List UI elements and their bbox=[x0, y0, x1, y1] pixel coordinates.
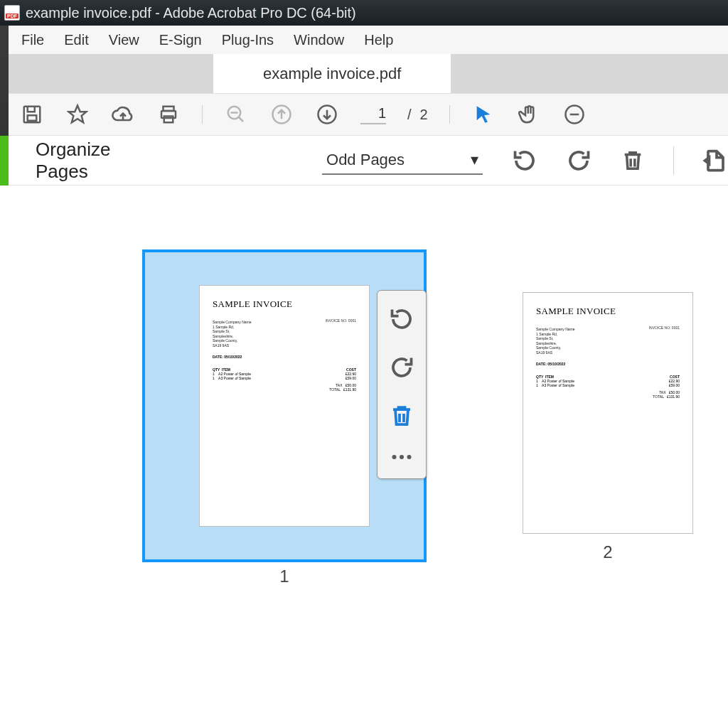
zoom-out-circle-icon[interactable] bbox=[562, 102, 587, 127]
menu-window[interactable]: Window bbox=[294, 32, 344, 48]
doc-date: DATE: 05/10/2022 bbox=[536, 362, 680, 366]
page-up-icon[interactable] bbox=[269, 102, 294, 127]
organize-pages-bar: Organize Pages Odd Pages ▾ bbox=[0, 136, 728, 186]
rotate-cw-icon[interactable] bbox=[565, 147, 592, 174]
toolbar-separator bbox=[202, 105, 203, 124]
doc-table: QTY ITEM 1 A2 Poster of Sample 1 A3 Post… bbox=[213, 367, 356, 392]
document-tab[interactable]: example invoice.pdf bbox=[213, 54, 451, 93]
doc-heading: SAMPLE INVOICE bbox=[536, 306, 680, 317]
doc-heading: SAMPLE INVOICE bbox=[213, 299, 356, 310]
doc-table: QTY ITEM 1 A2 Poster of Sample 1 A3 Post… bbox=[536, 375, 680, 399]
hover-rotate-ccw-icon[interactable] bbox=[380, 298, 423, 340]
select-tool-icon[interactable] bbox=[471, 102, 496, 127]
menu-file[interactable]: File bbox=[21, 32, 44, 48]
page-1-hover-controls bbox=[377, 290, 427, 479]
page-total: 2 bbox=[420, 107, 428, 123]
extract-page-icon[interactable] bbox=[701, 147, 728, 174]
separator bbox=[673, 146, 674, 175]
thumbnails-canvas: SAMPLE INVOICE INVOICE NO: 0001 Sample C… bbox=[0, 186, 728, 725]
star-icon[interactable] bbox=[65, 102, 90, 127]
save-icon[interactable] bbox=[20, 102, 44, 127]
page-2-number: 2 bbox=[523, 542, 693, 562]
menu-esign[interactable]: E-Sign bbox=[159, 32, 202, 48]
menu-plugins[interactable]: Plug-Ins bbox=[222, 32, 274, 48]
zoom-out-icon[interactable] bbox=[224, 102, 248, 127]
menu-bar: File Edit View E-Sign Plug-Ins Window He… bbox=[0, 26, 728, 54]
window-titlebar: example invoice.pdf - Adobe Acrobat Pro … bbox=[0, 0, 728, 26]
rotate-ccw-icon[interactable] bbox=[511, 147, 538, 174]
doc-address: Sample Company Name 1 Sample Rd, Sample … bbox=[213, 320, 356, 348]
page-down-icon[interactable] bbox=[315, 102, 339, 127]
menu-view[interactable]: View bbox=[109, 32, 139, 48]
doc-date: DATE: 05/10/2022 bbox=[213, 355, 356, 359]
delete-page-icon[interactable] bbox=[619, 147, 646, 174]
dropdown-label: Odd Pages bbox=[326, 151, 405, 169]
main-toolbar: / 2 bbox=[0, 93, 728, 136]
page-number-input[interactable] bbox=[360, 105, 386, 124]
addr-line: SA19 9AS bbox=[213, 343, 356, 348]
page-filter-dropdown[interactable]: Odd Pages ▾ bbox=[322, 146, 483, 175]
svg-point-11 bbox=[400, 455, 404, 459]
chevron-down-icon: ▾ bbox=[471, 151, 478, 169]
doc-invoice-no: INVOICE NO: 0001 bbox=[649, 326, 680, 330]
tab-bar: example invoice.pdf bbox=[0, 54, 728, 93]
page-thumbnail-2[interactable]: SAMPLE INVOICE INVOICE NO: 0001 Sample C… bbox=[523, 292, 693, 534]
svg-point-12 bbox=[407, 455, 412, 459]
addr-line: SA19 9AS bbox=[536, 350, 680, 355]
page-1-preview: SAMPLE INVOICE INVOICE NO: 0001 Sample C… bbox=[199, 285, 370, 527]
hover-more-icon[interactable] bbox=[380, 443, 423, 471]
page-1-number: 1 bbox=[142, 566, 427, 586]
window-title: example invoice.pdf - Adobe Acrobat Pro … bbox=[26, 5, 356, 21]
organize-pages-title: Organize Pages bbox=[36, 139, 166, 183]
menu-edit[interactable]: Edit bbox=[64, 32, 88, 48]
svg-rect-1 bbox=[28, 115, 37, 121]
hover-rotate-cw-icon[interactable] bbox=[380, 346, 423, 389]
organize-actions bbox=[511, 146, 728, 175]
print-icon[interactable] bbox=[156, 102, 181, 127]
menu-help[interactable]: Help bbox=[364, 32, 393, 48]
hand-tool-icon[interactable] bbox=[517, 102, 541, 127]
pdf-file-icon bbox=[4, 5, 20, 21]
svg-marker-2 bbox=[69, 106, 87, 123]
page-separator: / bbox=[407, 107, 412, 123]
doc-address: Sample Company Name 1 Sample Rd, Sample … bbox=[536, 327, 680, 355]
hover-delete-icon[interactable] bbox=[380, 394, 423, 437]
svg-point-10 bbox=[392, 455, 397, 459]
doc-invoice-no: INVOICE NO: 0001 bbox=[326, 318, 356, 323]
toolbar-separator bbox=[449, 105, 450, 124]
page-thumbnail-2-wrapper: SAMPLE INVOICE INVOICE NO: 0001 Sample C… bbox=[523, 292, 693, 562]
tab-label: example invoice.pdf bbox=[263, 65, 401, 83]
cloud-upload-icon[interactable] bbox=[111, 102, 135, 127]
